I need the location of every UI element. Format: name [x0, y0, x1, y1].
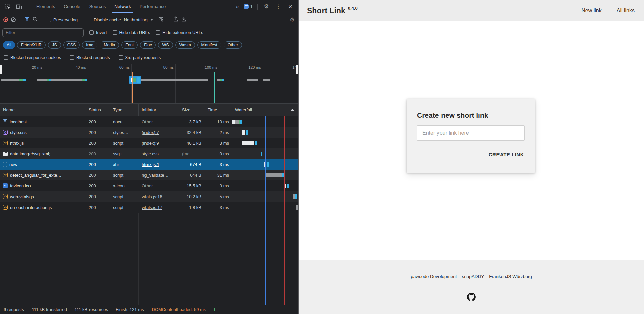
record-network-log-button[interactable]	[3, 17, 8, 22]
overview-drag-handle[interactable]	[0, 65, 2, 74]
type-chip-fetch-xhr[interactable]: Fetch/XHR	[17, 41, 46, 49]
initiator-link[interactable]: htmx.js:1	[142, 162, 159, 167]
waterfall-bar	[287, 184, 289, 188]
timeline-tick-label: 60 ms	[119, 65, 131, 69]
chevron-down-icon	[150, 19, 153, 21]
cell-name: {}style.css	[0, 127, 85, 138]
throttling-value: No throttling	[124, 17, 148, 22]
network-request-row[interactable]: SLfavicon.ico200x-iconOther15.5 kB3 ms	[0, 180, 298, 191]
column-header-status[interactable]: Status	[85, 104, 110, 116]
network-settings-gear-icon[interactable]: ⚙	[290, 16, 295, 23]
preserve-log-checkbox[interactable]: Preserve log	[47, 17, 78, 22]
type-chip-img[interactable]: Img	[82, 41, 97, 49]
more-tabs-icon[interactable]: »	[234, 3, 240, 10]
network-request-row[interactable]: <>detect_angular_for_exte…200scriptng_va…	[0, 170, 298, 180]
status-item: 111 kB transferred	[32, 307, 67, 312]
network-request-row[interactable]: {}style.css200styles…(index):732.4 kB2 m…	[0, 127, 298, 138]
waterfall-bar	[296, 205, 298, 210]
create-link-button[interactable]: CREATE LINK	[488, 150, 525, 159]
tab-performance[interactable]: Performance	[135, 0, 170, 13]
network-request-row[interactable]: new200xhrhtmx.js:1674 B3 ms	[0, 159, 298, 170]
divider	[42, 17, 42, 23]
devtools-panel: ElementsConsoleSourcesNetworkPerformance…	[0, 0, 298, 314]
hide-data-urls-checkbox[interactable]: Hide data URLs	[113, 30, 150, 35]
overview-drag-handle[interactable]	[296, 65, 298, 74]
column-header-type[interactable]: Type	[110, 104, 139, 116]
throttling-select[interactable]: No throttling	[124, 17, 153, 22]
footer-link-snapaddy[interactable]: snapADDY	[462, 274, 484, 279]
column-header-initiator[interactable]: Initiator	[139, 104, 179, 116]
tab-network[interactable]: Network	[110, 0, 135, 13]
checkbox-label: Blocked requests	[76, 55, 110, 60]
initiator-text: Other	[142, 183, 153, 188]
type-chip-doc[interactable]: Doc	[140, 41, 156, 49]
type-chip-wasm[interactable]: Wasm	[175, 41, 195, 49]
column-header-time[interactable]: Time	[204, 104, 232, 116]
network-request-row[interactable]: <>on-each-interaction.js200scriptvitals.…	[0, 202, 298, 213]
nav-link-new-link[interactable]: New link	[581, 8, 601, 14]
network-overview-timeline[interactable]: 20 ms40 ms60 ms80 ms100 ms120 ms140 ms	[0, 64, 298, 104]
network-status-bar: 9 requests111 kB transferred111 kB resou…	[0, 305, 298, 314]
type-chip-js[interactable]: JS	[48, 41, 61, 49]
blocked-requests-checkbox[interactable]: Blocked requests	[70, 55, 110, 60]
column-header-size[interactable]: Size	[179, 104, 204, 116]
footer-link-frankenjs-w-rzburg[interactable]: FrankenJS Würzburg	[489, 274, 532, 279]
waterfall-bar	[242, 141, 254, 145]
search-icon[interactable]	[33, 17, 38, 23]
tab-console[interactable]: Console	[59, 0, 85, 13]
close-devtools-icon[interactable]: ×	[285, 2, 295, 11]
initiator-link[interactable]: vitals.js:17	[142, 205, 162, 210]
preserve-log-label: Preserve log	[53, 17, 78, 22]
checkbox-label: 3rd-party requests	[125, 55, 161, 60]
type-chip-manifest[interactable]: Manifest	[197, 41, 221, 49]
initiator-link[interactable]: (index):9	[142, 141, 159, 146]
export-har-icon[interactable]	[181, 16, 186, 23]
initiator-link[interactable]: (index):7	[142, 130, 159, 135]
issues-counter[interactable]: 1	[242, 4, 254, 9]
type-chip-all[interactable]: All	[3, 41, 15, 49]
divider	[257, 4, 258, 10]
3rd-party-requests-checkbox[interactable]: 3rd-party requests	[119, 55, 161, 60]
filter-input[interactable]	[2, 28, 84, 37]
nav-link-all-links[interactable]: All links	[617, 8, 635, 14]
waterfall-bar	[267, 162, 269, 167]
import-har-icon[interactable]	[173, 16, 178, 23]
css-icon: {}	[3, 130, 8, 135]
initiator-link[interactable]: style.css	[142, 151, 159, 156]
request-name: data:image/svg+xml;…	[10, 151, 55, 156]
clear-network-log-icon[interactable]	[11, 17, 16, 22]
type-chip-other[interactable]: Other	[224, 41, 242, 49]
kebab-menu-icon[interactable]: ⋮	[273, 2, 283, 11]
hide-extension-urls-checkbox[interactable]: Hide extension URLs	[156, 30, 203, 35]
settings-gear-icon[interactable]: ⚙	[261, 2, 271, 11]
network-request-row[interactable]: data:image/svg+xml;…200svg+…style.css(me…	[0, 148, 298, 159]
divider	[20, 17, 20, 23]
initiator-link[interactable]: ng_validate…	[142, 173, 169, 178]
footer-link-pawcode-development[interactable]: pawcode Development	[411, 274, 457, 279]
blocked-response-cookies-checkbox[interactable]: Blocked response cookies	[4, 55, 61, 60]
requests-table-header: NameStatusTypeInitiatorSizeTimeWaterfall	[0, 104, 298, 116]
column-header-waterfall[interactable]: Waterfall	[232, 104, 298, 116]
type-chip-font[interactable]: Font	[121, 41, 138, 49]
disable-cache-checkbox[interactable]: Disable cache	[87, 17, 121, 22]
device-toolbar-icon[interactable]	[14, 2, 24, 11]
network-request-row[interactable]: localhost200docu…Other3.7 kB10 ms	[0, 116, 298, 127]
type-chip-css[interactable]: CSS	[63, 41, 80, 49]
invert-checkbox[interactable]: Invert	[89, 30, 107, 35]
cell-name: data:image/svg+xml;…	[0, 148, 85, 159]
column-header-name[interactable]: Name	[0, 104, 85, 116]
request-name: style.css	[10, 130, 27, 135]
link-input[interactable]	[417, 125, 525, 141]
inspect-element-icon[interactable]	[3, 2, 13, 11]
type-chip-ws[interactable]: WS	[158, 41, 173, 49]
network-request-row[interactable]: <>htmx.js200script(index):946.1 kB3 ms	[0, 138, 298, 148]
network-conditions-icon[interactable]	[158, 16, 164, 23]
type-chip-media[interactable]: Media	[100, 41, 119, 49]
issues-icon	[244, 4, 249, 9]
network-request-row[interactable]: <>web-vitals.js200scriptvitals.js:1610.2…	[0, 191, 298, 202]
github-icon[interactable]	[467, 293, 476, 301]
filter-toggle-icon[interactable]	[25, 17, 30, 23]
initiator-link[interactable]: vitals.js:16	[142, 194, 162, 199]
tab-sources[interactable]: Sources	[85, 0, 110, 13]
tab-elements[interactable]: Elements	[32, 0, 59, 13]
